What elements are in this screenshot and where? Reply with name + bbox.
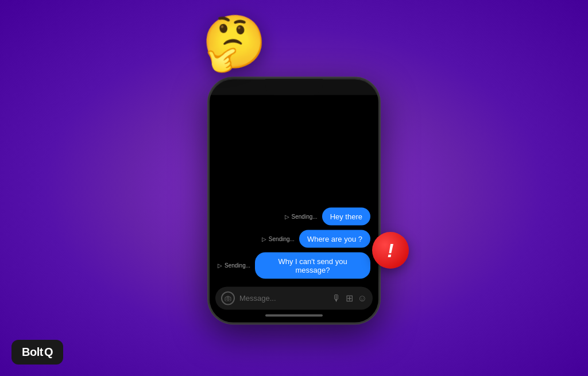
message-bubble-2: Where are you ?: [299, 230, 370, 247]
logo-text-q: Q: [44, 346, 53, 359]
message-row-3: ▷ Sending... Why I can't send you messag…: [218, 252, 370, 278]
sending-status-1: ▷ Sending...: [285, 213, 318, 219]
message-input-bar[interactable]: Message... 🎙 ⊞ ☺: [215, 286, 373, 309]
message-input-placeholder[interactable]: Message...: [239, 294, 327, 303]
send-arrow-icon-3: ▷: [218, 262, 222, 269]
phone-screen: ▷ Sending... Hey there ▷ Sending... Wher…: [210, 95, 378, 322]
sticker-icon[interactable]: ☺: [358, 293, 367, 303]
sending-status-2: ▷ Sending...: [262, 235, 295, 242]
phone-notch: [265, 79, 323, 95]
svg-point-1: [227, 298, 229, 300]
send-arrow-icon-1: ▷: [285, 213, 289, 219]
camera-icon: [221, 291, 235, 305]
phone-mockup: ▷ Sending... Hey there ▷ Sending... Wher…: [208, 77, 380, 324]
logo-text-bolt: Bolt: [22, 346, 43, 359]
message-bubble-3: Why I can't send you message?: [255, 252, 370, 278]
message-row-2: ▷ Sending... Where are you ?: [218, 230, 370, 247]
boltq-logo: BoltQ: [11, 340, 63, 365]
sending-label-2: Sending...: [269, 235, 295, 242]
error-badge: !: [372, 232, 409, 269]
messages-area: ▷ Sending... Hey there ▷ Sending... Wher…: [210, 95, 378, 283]
gallery-icon[interactable]: ⊞: [346, 293, 353, 304]
error-exclamation-icon: !: [387, 241, 393, 260]
sending-label-1: Sending...: [292, 213, 318, 219]
home-indicator: [265, 314, 323, 316]
main-scene: 🤔 ▷ Sending... Hey there: [196, 39, 392, 338]
input-action-icons: 🎙 ⊞ ☺: [332, 293, 367, 304]
message-row: ▷ Sending... Hey there: [218, 207, 370, 225]
sending-status-3: ▷ Sending...: [218, 262, 250, 269]
mic-icon[interactable]: 🎙: [332, 293, 341, 303]
message-bubble-1: Hey there: [322, 207, 370, 225]
send-arrow-icon-2: ▷: [262, 235, 266, 242]
sending-label-3: Sending...: [225, 262, 250, 269]
thinking-emoji: 🤔: [198, 10, 270, 72]
